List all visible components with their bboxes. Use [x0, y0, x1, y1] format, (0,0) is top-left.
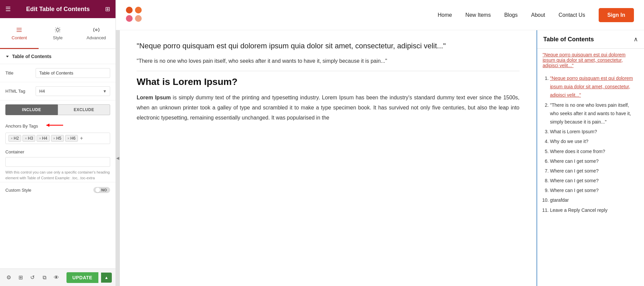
custom-style-toggle[interactable]: NO [93, 187, 110, 193]
collapse-handle[interactable]: ◀ [116, 30, 120, 286]
anchors-label-row: Anchors By Tags [5, 122, 110, 130]
include-exclude-toggle: INCLUDE EXCLUDE [5, 104, 110, 115]
copy-icon[interactable]: ⧉ [40, 272, 49, 283]
content-area: ◀ "Neque porro quisquam est qui dolorem … [116, 30, 644, 286]
article-area: "Neque porro quisquam est qui dolorem ip… [120, 30, 537, 286]
sidebar-header: ☰ Edit Table of Contents ⊞ [0, 0, 116, 18]
html-tag-label: HTML Tag [5, 89, 36, 94]
toc-pre-item[interactable]: "Neque porro quisquam est qui dolorem ip… [537, 49, 644, 69]
article-quote1: "Neque porro quisquam est qui dolorem ip… [137, 40, 519, 51]
article-body: Lorem Ipsum is simply dummy text of the … [137, 93, 519, 123]
tab-advanced[interactable]: Advanced [77, 19, 116, 49]
tag-h2[interactable]: × H2 [8, 135, 21, 142]
custom-style-label: Custom Style [5, 188, 31, 193]
exclude-button[interactable]: EXCLUDE [58, 104, 110, 115]
settings-icon[interactable]: ⚙ [4, 272, 13, 283]
tab-content[interactable]: Content [0, 19, 39, 49]
toc-collapse-button[interactable]: ∧ [634, 36, 638, 43]
toc-item-3: What is Lorem Ipsum? [550, 127, 639, 137]
svg-marker-2 [6, 56, 9, 57]
toc-item-6: Where can I get some? [550, 156, 639, 166]
toc-sidebar-title: Table of Contents [543, 36, 594, 43]
toggle-label: NO [101, 188, 107, 192]
toc-header: Table of Contents ∧ [537, 30, 644, 49]
nav-link-new-items[interactable]: New Items [465, 12, 491, 18]
eye-icon[interactable]: 👁 [52, 272, 61, 283]
container-section: Container With this control you can use … [0, 145, 116, 182]
toc-item-10: gtarafdar [550, 195, 639, 205]
svg-point-1 [95, 29, 97, 31]
logo-dots [126, 7, 143, 23]
toc-item-11: Leave a Reply Cancel reply [550, 205, 639, 215]
container-input[interactable] [5, 157, 110, 167]
toc-section-title: Table of Contents [12, 54, 51, 59]
navbar: Home New Items Blogs About Contact Us Si… [116, 0, 644, 30]
nav-link-home[interactable]: Home [438, 12, 452, 18]
layers-icon[interactable]: ⊞ [16, 272, 26, 283]
update-button[interactable]: UPDATE [66, 272, 99, 283]
toc-item-5: Where does it come from? [550, 147, 639, 156]
sidebar-tabs: Content Style Advanced [0, 18, 116, 49]
sidebar-content: Table of Contents Title HTML Tag H1 H2 H… [0, 49, 116, 286]
nav-link-about[interactable]: About [531, 12, 545, 18]
sidebar-title: Edit Table of Contents [26, 6, 90, 13]
history-icon[interactable]: ↺ [28, 272, 37, 283]
logo [126, 7, 143, 23]
logo-dot-1 [126, 7, 133, 13]
tag-h4-remove[interactable]: × [39, 137, 41, 140]
main-content: Home New Items Blogs About Contact Us Si… [116, 0, 644, 286]
lorem-ipsum-strong: Lorem Ipsum [137, 95, 171, 100]
toc-item-4: Why do we use it? [550, 137, 639, 146]
red-arrow-icon [45, 122, 65, 130]
update-arrow-button[interactable]: ▲ [101, 273, 112, 283]
tag-h3[interactable]: × H3 [22, 135, 35, 142]
sidebar-bottom-bar: ⚙ ⊞ ↺ ⧉ 👁 UPDATE ▲ [0, 269, 116, 286]
tag-h6[interactable]: × H6 [65, 135, 78, 142]
tab-style[interactable]: Style [39, 19, 77, 49]
toc-sidebar: Table of Contents ∧ "Neque porro quisqua… [537, 30, 644, 286]
container-label: Container [5, 149, 110, 154]
logo-dot-4 [135, 15, 142, 22]
container-help-text: With this control you can use only a spe… [5, 170, 110, 181]
section-collapse-icon[interactable] [5, 54, 9, 58]
html-tag-select-wrapper: H1 H2 H3 H4 H5 H6 ▼ [36, 86, 110, 96]
tag-add-icon[interactable]: + [79, 135, 84, 141]
logo-dot-2 [135, 7, 142, 13]
tag-h2-remove[interactable]: × [11, 137, 13, 140]
tag-h3-remove[interactable]: × [25, 137, 27, 140]
tab-content-label: Content [12, 35, 27, 40]
logo-dot-3 [126, 15, 133, 22]
include-button[interactable]: INCLUDE [5, 104, 58, 115]
nav-link-blogs[interactable]: Blogs [504, 12, 518, 18]
article-body-text: is simply dummy text of the printing and… [137, 95, 519, 121]
toc-item-8: Where can I get some? [550, 176, 639, 186]
article-divider [137, 71, 519, 71]
custom-style-row: Custom Style NO [0, 182, 116, 198]
toc-item-1-link[interactable]: "Neque porro quisquam est qui dolorem ip… [550, 76, 633, 98]
toc-section-header: Table of Contents [0, 49, 116, 64]
toc-item-1: "Neque porro quisquam est qui dolorem ip… [550, 74, 639, 100]
signin-button[interactable]: Sign In [599, 8, 634, 22]
advanced-icon [93, 27, 100, 33]
tag-h4[interactable]: × H4 [37, 135, 49, 142]
title-label: Title [5, 70, 36, 76]
tag-h6-remove[interactable]: × [67, 137, 70, 140]
grid-icon[interactable]: ⊞ [105, 5, 110, 13]
svg-point-0 [56, 29, 59, 31]
style-icon [54, 27, 61, 33]
tag-h5-remove[interactable]: × [53, 137, 55, 140]
tag-h5[interactable]: × H5 [51, 135, 64, 142]
html-tag-select[interactable]: H1 H2 H3 H4 H5 H6 [36, 86, 110, 96]
anchors-section: Anchors By Tags × H2 × H3 × H4 × H5 × H6… [0, 119, 116, 145]
nav-link-contact-us[interactable]: Contact Us [559, 12, 585, 18]
html-tag-field-group: HTML Tag H1 H2 H3 H4 H5 H6 ▼ [0, 82, 116, 100]
article-heading: What is Lorem Ipsum? [137, 77, 519, 87]
nav-links: Home New Items Blogs About Contact Us Si… [438, 8, 634, 22]
article-quote2: "There is no one who loves pain itself, … [137, 57, 519, 65]
tags-row: × H2 × H3 × H4 × H5 × H6 + [5, 133, 110, 144]
tab-style-label: Style [53, 35, 63, 40]
hamburger-icon[interactable]: ☰ [5, 5, 11, 13]
title-input[interactable] [36, 68, 110, 78]
toc-item-2: "There is no one who loves pain itself, … [550, 100, 639, 127]
svg-marker-4 [46, 124, 49, 127]
